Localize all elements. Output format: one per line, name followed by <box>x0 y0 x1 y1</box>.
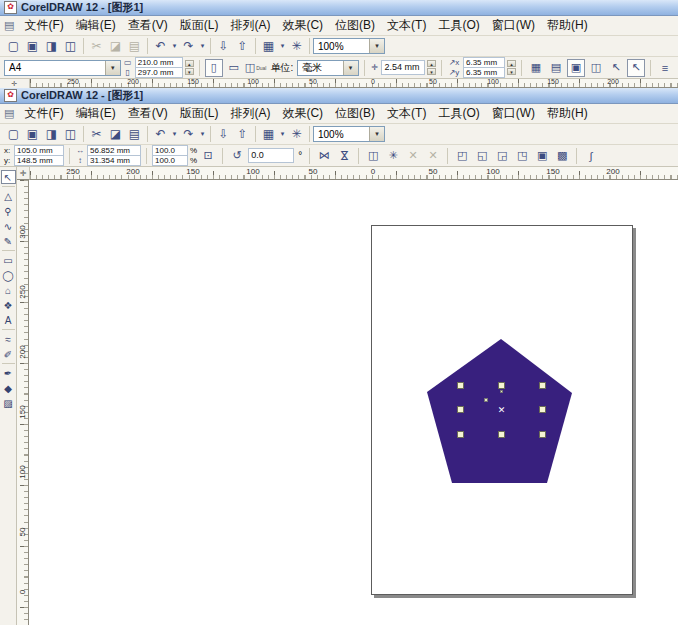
smart-drawing-tool[interactable]: ✎ <box>1 234 16 248</box>
options-button[interactable]: ≡ <box>656 59 674 77</box>
dual-pages-button[interactable]: ◫ Dual <box>245 59 267 77</box>
pick-tool[interactable]: ↖ <box>1 170 16 184</box>
convert-to-curves-button[interactable]: ∫ <box>582 147 600 165</box>
behind-button[interactable]: ▩ <box>553 147 571 165</box>
menu-view[interactable]: 查看(V) <box>122 16 174 35</box>
menu-file[interactable]: 文件(F) <box>18 104 69 123</box>
print-button[interactable]: ◫ <box>61 37 80 55</box>
eyedropper-tool[interactable]: ✐ <box>1 347 16 361</box>
portrait-button[interactable]: ▯ <box>205 59 223 77</box>
intersect-button[interactable]: ✕ <box>424 147 442 165</box>
print-button[interactable]: ◫ <box>61 125 80 143</box>
launcher-dropdown-icon[interactable]: ▾ <box>278 125 287 143</box>
new-button[interactable]: ▢ <box>4 37 23 55</box>
selection-handle-bottom-right[interactable] <box>539 431 546 438</box>
ruler-origin-icon[interactable]: ✛ <box>17 167 30 180</box>
menu-text[interactable]: 文本(T) <box>381 104 432 123</box>
menu-tools[interactable]: 工具(O) <box>432 16 485 35</box>
inner-title-bar[interactable]: ✿ CorelDRAW 12 - [图形1] <box>0 88 678 104</box>
menu-effects[interactable]: 效果(C) <box>276 104 329 123</box>
snap-to-objects-button[interactable]: ▣ <box>567 59 585 77</box>
redo-button[interactable]: ↷ <box>179 37 198 55</box>
to-back-button[interactable]: ◱ <box>473 147 491 165</box>
menu-layout[interactable]: 版面(L) <box>174 104 225 123</box>
dynamic-guides-button[interactable]: ◫ <box>587 59 605 77</box>
corel-online-button[interactable]: ✳ <box>287 125 306 143</box>
treat-as-filled-button[interactable]: ↖ <box>607 59 625 77</box>
object-node-marker[interactable] <box>484 398 488 402</box>
copy-button[interactable]: ◪ <box>106 125 125 143</box>
duplicate-spinner[interactable]: ▴▾ <box>507 60 516 75</box>
cut-button[interactable]: ✂ <box>87 37 106 55</box>
application-launcher-button[interactable]: ▦ <box>259 37 278 55</box>
launcher-dropdown-icon[interactable]: ▾ <box>278 37 287 55</box>
nudge-spinner[interactable]: ▴▾ <box>427 60 436 75</box>
undo-dropdown-icon[interactable]: ▾ <box>170 125 179 143</box>
save-button[interactable]: ◨ <box>42 37 61 55</box>
snap-to-guidelines-button[interactable]: ▤ <box>547 59 565 77</box>
menu-effects[interactable]: 效果(C) <box>276 16 329 35</box>
import-button[interactable]: ⇩ <box>214 37 233 55</box>
menu-layout[interactable]: 版面(L) <box>174 16 225 35</box>
y-position-field[interactable]: 148.5 mm <box>14 155 64 166</box>
mirror-horizontal-button[interactable]: ⋈ <box>315 147 333 165</box>
back-one-button[interactable]: ◳ <box>513 147 531 165</box>
selection-handle-top-center[interactable] <box>498 382 505 389</box>
child-document-icon[interactable]: ▤ <box>3 107 18 120</box>
selection-handle-middle-left[interactable] <box>457 406 464 413</box>
rotation-angle-field[interactable]: 0.0 <box>248 148 294 163</box>
copy-button[interactable]: ◪ <box>106 37 125 55</box>
rectangle-tool[interactable]: ▭ <box>1 253 16 267</box>
interactive-blend-tool[interactable]: ≈ <box>1 332 16 346</box>
in-front-of-button[interactable]: ▣ <box>533 147 551 165</box>
treat-as-filled-alt-button[interactable]: ↖ <box>627 59 645 77</box>
child-document-icon[interactable]: ▤ <box>3 19 18 32</box>
menu-file[interactable]: 文件(F) <box>18 16 69 35</box>
paper-type-dropdown-icon[interactable]: ▾ <box>105 61 120 75</box>
combine-button[interactable]: ◫ <box>364 147 382 165</box>
menu-tools[interactable]: 工具(O) <box>432 104 485 123</box>
export-button[interactable]: ⇧ <box>233 125 252 143</box>
selection-handle-bottom-center[interactable] <box>498 431 505 438</box>
cut-button[interactable]: ✂ <box>87 125 106 143</box>
menu-bitmaps[interactable]: 位图(B) <box>329 104 381 123</box>
menu-view[interactable]: 查看(V) <box>122 104 174 123</box>
outer-title-bar[interactable]: ✿ CorelDRAW 12 - [图形1] <box>0 0 678 16</box>
open-button[interactable]: ▣ <box>23 125 42 143</box>
menu-text[interactable]: 文本(T) <box>381 16 432 35</box>
new-button[interactable]: ▢ <box>4 125 23 143</box>
open-button[interactable]: ▣ <box>23 37 42 55</box>
forward-one-button[interactable]: ◲ <box>493 147 511 165</box>
snap-to-grid-button[interactable]: ▦ <box>527 59 545 77</box>
paste-button[interactable]: ▤ <box>125 37 144 55</box>
zoom-tool[interactable]: ⚲ <box>1 204 16 218</box>
application-launcher-button[interactable]: ▦ <box>259 125 278 143</box>
save-button[interactable]: ◨ <box>42 125 61 143</box>
menu-bitmaps[interactable]: 位图(B) <box>329 16 381 35</box>
zoom-level-combo[interactable]: 100% ▾ <box>313 126 385 142</box>
paste-button[interactable]: ▤ <box>125 125 144 143</box>
redo-dropdown-icon[interactable]: ▾ <box>198 37 207 55</box>
selection-handle-top-right[interactable] <box>539 382 546 389</box>
mirror-vertical-button[interactable]: ⋈ <box>335 147 353 165</box>
units-dropdown-icon[interactable]: ▾ <box>343 61 358 75</box>
corel-online-button[interactable]: ✳ <box>287 37 306 55</box>
text-tool[interactable]: A <box>1 313 16 327</box>
outer-horizontal-ruler[interactable]: 250 200 150 100 50 0 50 100 150 200 <box>30 79 678 88</box>
object-height-field[interactable]: 31.354 mm <box>87 155 141 166</box>
import-button[interactable]: ⇩ <box>214 125 233 143</box>
horizontal-ruler[interactable]: 250 200 150 100 50 0 50 100 150 200 <box>30 167 678 180</box>
polygon-tool[interactable]: ⌂ <box>1 283 16 297</box>
units-combo[interactable]: 毫米 ▾ <box>297 60 358 76</box>
export-button[interactable]: ⇧ <box>233 37 252 55</box>
paper-type-combo[interactable]: A4 ▾ <box>4 60 121 76</box>
selection-handle-bottom-left[interactable] <box>457 431 464 438</box>
menu-window[interactable]: 窗口(W) <box>486 16 541 35</box>
ruler-origin-icon[interactable]: ✛ <box>0 79 30 88</box>
menu-help[interactable]: 帮助(H) <box>541 16 594 35</box>
freehand-tool[interactable]: ∿ <box>1 219 16 233</box>
menu-edit[interactable]: 编辑(E) <box>70 104 122 123</box>
nudge-offset-field[interactable]: 2.54 mm <box>381 60 425 75</box>
object-node-marker[interactable] <box>500 390 503 393</box>
outline-tool[interactable]: ✒ <box>1 366 16 380</box>
